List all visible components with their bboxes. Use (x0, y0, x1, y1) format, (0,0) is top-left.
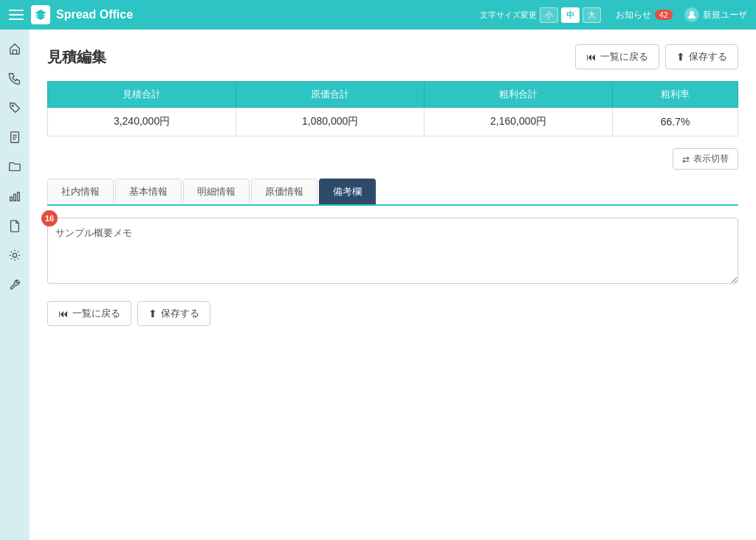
notification-area[interactable]: お知らせ 42 (616, 9, 673, 21)
tab-cost-info[interactable]: 原価情報 (251, 179, 317, 204)
bottom-actions: ⏮ 一覧に戻る ⬆ 保存する (47, 301, 738, 326)
sidebar-item-phone[interactable] (1, 65, 28, 91)
app-name: Spread Office (56, 8, 133, 21)
save-icon-bottom: ⬆ (148, 308, 157, 319)
back-icon: ⏮ (586, 51, 597, 63)
layout: 見積編集 ⏮ 一覧に戻る ⬆ 保存する 見積合計 原価合計 粗利合計 粗利率 (0, 30, 756, 540)
display-toggle-button[interactable]: ⇄ 表示切替 (673, 148, 738, 170)
font-small-button[interactable]: 小 (540, 7, 558, 23)
save-icon-top: ⬆ (676, 51, 685, 63)
save-button-bottom[interactable]: ⬆ 保存する (137, 301, 210, 326)
menu-icon[interactable] (9, 7, 24, 22)
user-menu[interactable]: 新規ユーザ (684, 7, 747, 22)
svg-rect-6 (10, 197, 13, 201)
val-profit-total: 2,160,000円 (425, 108, 613, 136)
tab-detail-info[interactable]: 明細情報 (183, 179, 250, 204)
col-profit-rate: 粗利率 (613, 82, 738, 108)
header: Spread Office 文字サイズ変更 小 中 大 お知らせ 42 新規ユー… (0, 0, 756, 30)
tab-remarks[interactable]: 備考欄 (319, 179, 376, 204)
user-icon (684, 7, 699, 22)
memo-textarea[interactable]: サンプル概要メモ (47, 218, 738, 284)
app-logo: Spread Office (31, 5, 133, 24)
sidebar-item-wrench[interactable] (1, 271, 28, 298)
save-button-top[interactable]: ⬆ 保存する (665, 44, 738, 69)
back-button-top[interactable]: ⏮ 一覧に戻る (575, 44, 659, 69)
tabs: 社内情報 基本情報 明細情報 原価情報 備考欄 (47, 179, 738, 206)
tab-company-info[interactable]: 社内情報 (47, 179, 114, 204)
svg-rect-8 (18, 193, 20, 201)
svg-point-1 (12, 105, 13, 106)
font-large-button[interactable]: 大 (583, 7, 601, 23)
back-button-bottom[interactable]: ⏮ 一覧に戻る (47, 301, 131, 326)
col-profit-total: 粗利合計 (425, 82, 613, 108)
sidebar-item-folder[interactable] (1, 153, 28, 180)
memo-section: 16 サンプル概要メモ (47, 218, 738, 286)
back-icon-bottom: ⏮ (58, 308, 69, 319)
col-estimate-total: 見積合計 (48, 82, 236, 108)
sidebar-item-file[interactable] (1, 212, 28, 239)
sidebar-item-settings[interactable] (1, 242, 28, 269)
svg-rect-7 (14, 194, 16, 201)
val-profit-rate: 66.7% (613, 108, 738, 136)
page-title: 見積編集 (47, 47, 575, 67)
svg-point-9 (13, 253, 16, 257)
notification-badge: 42 (655, 10, 673, 20)
col-cost-total: 原価合計 (236, 82, 425, 108)
font-medium-button[interactable]: 中 (561, 7, 580, 23)
display-toggle-row: ⇄ 表示切替 (47, 148, 738, 170)
page-header: 見積編集 ⏮ 一覧に戻る ⬆ 保存する (47, 44, 738, 69)
font-size-control: 文字サイズ変更 小 中 大 (480, 7, 601, 23)
font-size-label: 文字サイズ変更 (480, 10, 537, 21)
notification-label: お知らせ (616, 9, 651, 21)
sidebar-item-document[interactable] (1, 124, 28, 150)
logo-icon (31, 5, 50, 24)
user-name: 新規ユーザ (703, 9, 747, 21)
toggle-label: 表示切替 (693, 153, 729, 165)
summary-table: 見積合計 原価合計 粗利合計 粗利率 3,240,000円 1,080,000円… (47, 81, 738, 136)
main-content: 見積編集 ⏮ 一覧に戻る ⬆ 保存する 見積合計 原価合計 粗利合計 粗利率 (30, 30, 756, 540)
sidebar-item-chart[interactable] (1, 183, 28, 210)
memo-badge: 16 (41, 210, 58, 226)
tab-basic-info[interactable]: 基本情報 (115, 179, 182, 204)
page-actions: ⏮ 一覧に戻る ⬆ 保存する (575, 44, 738, 69)
sidebar (0, 30, 30, 540)
val-estimate-total: 3,240,000円 (48, 108, 236, 136)
sidebar-item-home[interactable] (1, 35, 28, 62)
sidebar-item-tag[interactable] (1, 94, 28, 121)
val-cost-total: 1,080,000円 (236, 108, 425, 136)
toggle-icon: ⇄ (682, 154, 690, 165)
